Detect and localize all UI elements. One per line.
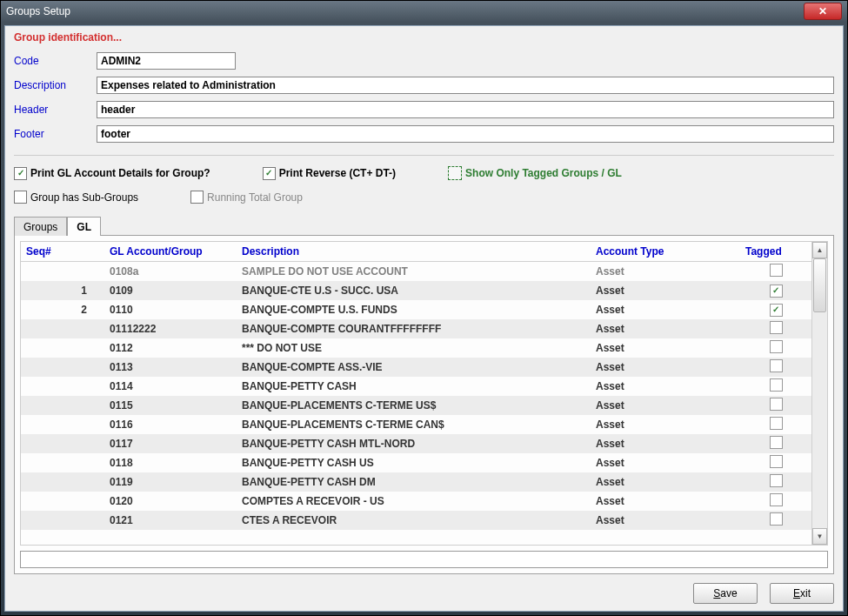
- cell-tagged[interactable]: [740, 338, 811, 358]
- cell-tagged[interactable]: [740, 453, 811, 472]
- content-area: Group identification... Code Description…: [4, 25, 844, 612]
- checkbox-icon[interactable]: [770, 264, 783, 277]
- cell-gl: 0112: [104, 338, 237, 358]
- grid-container: Seq# GL Account/Group Description Accoun…: [14, 236, 834, 574]
- scroll-thumb[interactable]: [813, 258, 826, 312]
- cell-desc: BANQUE-PETTY CASH DM: [237, 472, 591, 492]
- table-row[interactable]: 0115BANQUE-PLACEMENTS C-TERME US$Asset: [21, 396, 811, 415]
- cell-seq: [21, 415, 104, 434]
- table-row[interactable]: 0113BANQUE-COMPTE ASS.-VIEAsset: [21, 358, 811, 377]
- table-row[interactable]: 01112222BANQUE-COMPTE COURANTFFFFFFFFAss…: [21, 319, 811, 338]
- cell-tagged[interactable]: [740, 377, 811, 396]
- table-row[interactable]: 0112*** DO NOT USEAsset: [21, 338, 811, 358]
- tab-gl[interactable]: GL: [67, 217, 101, 236]
- table-row[interactable]: 0118BANQUE-PETTY CASH USAsset: [21, 453, 811, 472]
- cell-tagged[interactable]: [740, 281, 811, 300]
- cell-seq: [21, 434, 104, 453]
- col-desc[interactable]: Description: [237, 242, 591, 262]
- description-input[interactable]: [97, 77, 834, 94]
- table-row[interactable]: 0119BANQUE-PETTY CASH DMAsset: [21, 472, 811, 492]
- show-tagged-checkbox[interactable]: Show Only Tagged Groups / GL: [448, 166, 622, 180]
- cell-seq: [21, 453, 104, 472]
- cell-gl: 0110: [104, 300, 237, 319]
- cell-tagged[interactable]: [740, 319, 811, 338]
- cell-seq: [21, 338, 104, 358]
- checkbox-icon[interactable]: [770, 378, 783, 392]
- cell-tagged[interactable]: [740, 300, 811, 319]
- checkbox-icon[interactable]: [770, 340, 783, 353]
- scroll-up-icon[interactable]: ▲: [812, 242, 827, 258]
- close-button[interactable]: ✕: [804, 3, 842, 20]
- print-details-label: Print GL Account Details for Group?: [30, 167, 210, 179]
- cell-tagged[interactable]: [740, 492, 811, 511]
- code-input[interactable]: [97, 52, 236, 70]
- scroll-down-icon[interactable]: ▼: [812, 528, 827, 545]
- cell-gl: 0114: [104, 377, 237, 396]
- cell-gl: 0116: [104, 415, 237, 434]
- cell-type: Asset: [591, 434, 740, 453]
- cell-type: Asset: [591, 338, 740, 358]
- save-label-rest: ave: [720, 587, 737, 599]
- cell-tagged[interactable]: [740, 396, 811, 415]
- cell-desc: BANQUE-COMPTE U.S. FUNDS: [237, 300, 591, 319]
- checkbox-icon[interactable]: [770, 398, 783, 411]
- cell-tagged[interactable]: [740, 262, 811, 282]
- cell-type: Asset: [591, 492, 740, 511]
- checkbox-icon[interactable]: [770, 359, 783, 372]
- checkbox-icon[interactable]: [770, 304, 783, 317]
- footer-input[interactable]: [97, 125, 834, 143]
- table-row[interactable]: 0117BANQUE-PETTY CASH MTL-NORDAsset: [21, 434, 811, 453]
- col-seq[interactable]: Seq#: [21, 242, 104, 262]
- grid-footer-input[interactable]: [20, 551, 828, 568]
- cell-seq: [21, 319, 104, 338]
- checkbox-icon[interactable]: [770, 493, 783, 506]
- table-row[interactable]: 20110BANQUE-COMPTE U.S. FUNDSAsset: [21, 300, 811, 319]
- table-row[interactable]: 0114BANQUE-PETTY CASHAsset: [21, 377, 811, 396]
- col-gl[interactable]: GL Account/Group: [104, 242, 237, 262]
- cell-desc: BANQUE-CTE U.S - SUCC. USA: [237, 281, 591, 300]
- cell-desc: BANQUE-COMPTE ASS.-VIE: [237, 358, 591, 377]
- cell-gl: 0108a: [104, 262, 237, 282]
- cell-tagged[interactable]: [740, 358, 811, 377]
- running-total-checkbox[interactable]: Running Total Group: [190, 191, 303, 204]
- tab-groups[interactable]: Groups: [14, 217, 67, 236]
- col-tagged[interactable]: Tagged: [740, 242, 811, 262]
- table-row[interactable]: 0121CTES A RECEVOIRAsset: [21, 511, 811, 530]
- checkbox-icon[interactable]: [770, 455, 783, 468]
- checkbox-icon: [263, 167, 276, 180]
- exit-button[interactable]: Exit: [770, 583, 834, 604]
- cell-tagged[interactable]: [740, 472, 811, 492]
- scroll-track[interactable]: [812, 258, 827, 528]
- cell-gl: 0113: [104, 358, 237, 377]
- checkbox-icon[interactable]: [770, 321, 783, 334]
- print-details-checkbox[interactable]: Print GL Account Details for Group?: [14, 167, 210, 180]
- vertical-scrollbar[interactable]: ▲ ▼: [811, 242, 827, 545]
- tabs: Groups GL: [14, 216, 834, 236]
- cell-gl: 01112222: [104, 319, 237, 338]
- cell-tagged[interactable]: [740, 511, 811, 530]
- cell-seq: [21, 358, 104, 377]
- checkbox-icon[interactable]: [770, 285, 783, 298]
- cell-type: Asset: [591, 262, 740, 282]
- description-row: Description: [14, 77, 834, 94]
- cell-tagged[interactable]: [740, 415, 811, 434]
- has-subgroups-checkbox[interactable]: Group has Sub-Groups: [14, 191, 138, 204]
- checkbox-icon[interactable]: [770, 512, 783, 526]
- checkbox-icon[interactable]: [770, 436, 783, 449]
- checkbox-icon[interactable]: [770, 474, 783, 487]
- table-row[interactable]: 0120COMPTES A RECEVOIR - USAsset: [21, 492, 811, 511]
- gl-grid: Seq# GL Account/Group Description Accoun…: [20, 241, 828, 546]
- col-type[interactable]: Account Type: [591, 242, 740, 262]
- table-row[interactable]: 0108aSAMPLE DO NOT USE ACCOUNTAsset: [21, 262, 811, 282]
- cell-gl: 0109: [104, 281, 237, 300]
- cell-seq: [21, 511, 104, 530]
- table-row[interactable]: 10109BANQUE-CTE U.S - SUCC. USAAsset: [21, 281, 811, 300]
- cell-seq: [21, 472, 104, 492]
- cell-gl: 0117: [104, 434, 237, 453]
- header-input[interactable]: [97, 101, 834, 118]
- cell-tagged[interactable]: [740, 434, 811, 453]
- print-reverse-checkbox[interactable]: Print Reverse (CT+ DT-): [263, 167, 396, 180]
- table-row[interactable]: 0116BANQUE-PLACEMENTS C-TERME CAN$Asset: [21, 415, 811, 434]
- save-button[interactable]: Save: [693, 583, 758, 604]
- checkbox-icon[interactable]: [770, 417, 783, 430]
